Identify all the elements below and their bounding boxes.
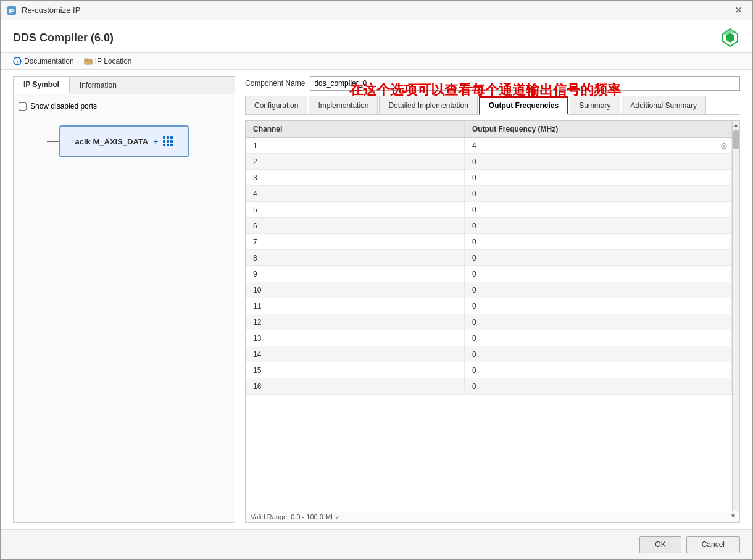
table-wrapper: Channel Output Frequency (MHz) 14⊗203040… [246, 121, 739, 511]
component-label: Component Name [245, 79, 305, 88]
frequency-cell[interactable]: 0 [464, 298, 731, 314]
app-title: DDS Compiler (6.0) [13, 31, 114, 44]
frequency-cell[interactable]: 0 [464, 186, 731, 202]
channel-cell: 4 [246, 186, 464, 202]
channel-cell: 10 [246, 282, 464, 298]
info-icon: i [13, 57, 22, 65]
folder-icon [84, 57, 93, 65]
frequency-cell[interactable]: 0 [464, 170, 731, 186]
title-bar: IP Re-customize IP ✕ [1, 1, 752, 20]
table-header-row: Channel Output Frequency (MHz) [246, 121, 732, 138]
panel-body: Show disabled ports aclk M_AXIS_DATA + [14, 94, 235, 522]
frequency-cell[interactable]: 0 [464, 250, 731, 266]
channel-cell: 3 [246, 170, 464, 186]
table-row: 90 [246, 266, 732, 282]
component-name-input[interactable] [310, 76, 740, 91]
col-frequency: Output Frequency (MHz) [464, 121, 731, 138]
frequency-cell[interactable]: 0 [464, 218, 731, 234]
table-row: 140 [246, 346, 732, 362]
plus-icon: + [153, 136, 158, 146]
table-row: 120 [246, 314, 732, 330]
channel-cell: 13 [246, 330, 464, 346]
channel-cell: 1 [246, 138, 464, 154]
tab-ip-symbol[interactable]: IP Symbol [14, 77, 70, 94]
svg-rect-8 [85, 59, 88, 61]
frequency-cell[interactable]: 0 [464, 282, 731, 298]
table-row: 40 [246, 186, 732, 202]
table-container: Channel Output Frequency (MHz) 14⊗203040… [245, 120, 740, 523]
frequencies-table: Channel Output Frequency (MHz) 14⊗203040… [246, 121, 732, 395]
documentation-label: Documentation [24, 57, 74, 65]
channel-cell: 15 [246, 362, 464, 378]
frequency-cell[interactable]: 4⊗ [464, 138, 731, 154]
tab-configuration[interactable]: Configuration [245, 96, 307, 114]
frequency-cell[interactable]: 0 [464, 330, 731, 346]
table-row: 20 [246, 154, 732, 170]
tab-detailed-implementation[interactable]: Detailed Implementation [379, 96, 477, 114]
frequency-cell[interactable]: 0 [464, 362, 731, 378]
frequency-cell[interactable]: 0 [464, 234, 731, 250]
frequency-cell[interactable]: 0 [464, 378, 731, 395]
ip-location-button[interactable]: IP Location [84, 57, 132, 65]
table-row: 150 [246, 362, 732, 378]
frequency-cell[interactable]: 0 [464, 346, 731, 362]
table-row: 70 [246, 234, 732, 250]
channel-cell: 12 [246, 314, 464, 330]
table-row: 160 [246, 378, 732, 395]
table-row: 14⊗ [246, 138, 732, 154]
tabs-bar: Configuration Implementation Detailed Im… [245, 96, 740, 115]
channel-cell: 6 [246, 218, 464, 234]
show-disabled-label: Show disabled ports [30, 102, 97, 111]
documentation-button[interactable]: i Documentation [13, 57, 74, 65]
valid-range-text: Valid Range: 0.0 - 100.0 MHz [246, 511, 739, 522]
table-row: 30 [246, 170, 732, 186]
col-channel: Channel [246, 121, 464, 138]
left-panel: IP Symbol Information Show disabled port… [13, 76, 235, 523]
table-row: 80 [246, 250, 732, 266]
table-scroll[interactable]: Channel Output Frequency (MHz) 14⊗203040… [246, 121, 732, 511]
window-icon: IP [7, 6, 17, 15]
tab-information[interactable]: Information [70, 77, 127, 94]
main-window: IP Re-customize IP ✕ DDS Compiler (6.0) … [0, 0, 753, 560]
symbol-wrapper: aclk M_AXIS_DATA + [59, 125, 189, 157]
table-row: 100 [246, 282, 732, 298]
ok-button[interactable]: OK [639, 536, 681, 553]
channel-cell: 2 [246, 154, 464, 170]
tab-output-frequencies[interactable]: Output Frequencies [479, 96, 568, 115]
window-title: Re-customize IP [22, 6, 80, 15]
symbol-text: aclk M_AXIS_DATA [75, 137, 149, 146]
svg-text:IP: IP [9, 8, 14, 14]
cancel-button[interactable]: Cancel [686, 536, 740, 553]
symbol-area: aclk M_AXIS_DATA + [19, 113, 230, 170]
table-row: 130 [246, 330, 732, 346]
clear-icon[interactable]: ⊗ [720, 141, 728, 151]
tab-summary[interactable]: Summary [570, 96, 620, 114]
frequency-cell[interactable]: 0 [464, 154, 731, 170]
xilinx-logo [720, 28, 740, 48]
channel-cell: 11 [246, 298, 464, 314]
scrollbar-thumb[interactable] [733, 130, 739, 149]
show-disabled-row: Show disabled ports [19, 99, 230, 113]
close-button[interactable]: ✕ [731, 4, 746, 17]
frequency-cell[interactable]: 0 [464, 314, 731, 330]
table-body: 14⊗2030405060708090100110120130140150160 [246, 138, 732, 395]
ip-symbol-block: aclk M_AXIS_DATA + [59, 125, 189, 157]
table-row: 60 [246, 218, 732, 234]
scrollbar-track[interactable]: ▲ ▼ [732, 121, 739, 511]
channel-cell: 7 [246, 234, 464, 250]
channel-cell: 8 [246, 250, 464, 266]
svg-text:i: i [17, 59, 19, 65]
grid-icon [163, 136, 173, 146]
component-name-row: Component Name [245, 76, 740, 91]
tab-implementation[interactable]: Implementation [309, 96, 378, 114]
show-disabled-checkbox[interactable] [19, 102, 27, 111]
right-panel: Component Name Configuration Implementat… [245, 76, 740, 523]
frequency-cell[interactable]: 0 [464, 202, 731, 218]
channel-cell: 16 [246, 378, 464, 395]
connector-line [47, 141, 59, 142]
scroll-up-arrow[interactable]: ▲ [731, 121, 739, 129]
tab-additional-summary[interactable]: Additional Summary [622, 96, 706, 114]
ip-location-label: IP Location [95, 57, 132, 65]
frequency-cell[interactable]: 0 [464, 266, 731, 282]
table-row: 110 [246, 298, 732, 314]
